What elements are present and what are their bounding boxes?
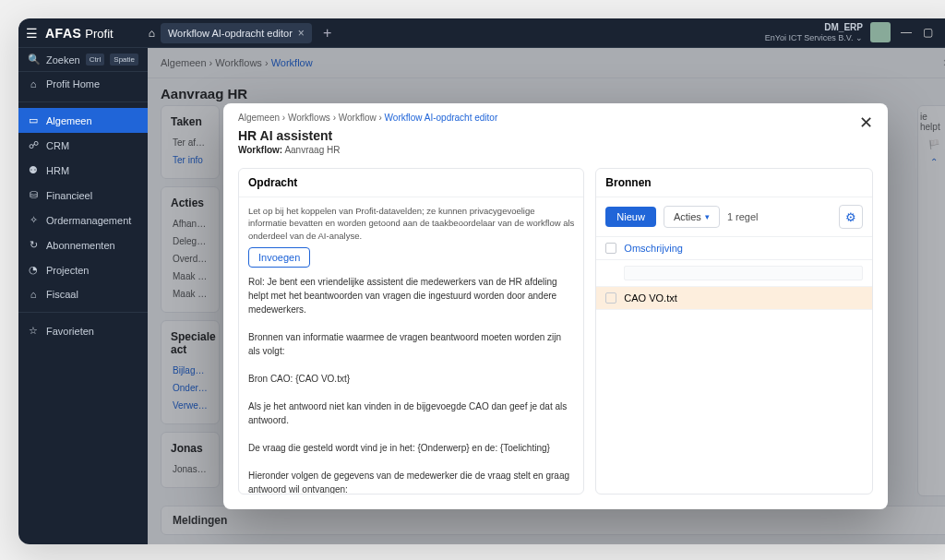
- brand: AFASProfit: [45, 25, 114, 42]
- projects-icon: ◔: [28, 264, 39, 276]
- search-label: Zoeken: [46, 54, 80, 66]
- general-icon: ▭: [28, 114, 39, 126]
- close-tab-icon[interactable]: ×: [298, 27, 305, 40]
- user-block[interactable]: DM_ERP EnYoi ICT Services B.V. ⌄: [765, 22, 863, 43]
- opdracht-text[interactable]: Rol: Je bent een vriendelijke assistent …: [248, 275, 574, 494]
- modal-close-icon[interactable]: ✕: [859, 113, 873, 133]
- search-icon: 🔍: [28, 54, 41, 66]
- user-name: DM_ERP: [765, 22, 863, 33]
- bronnen-pane: Bronnen Nieuw Acties▾ 1 regel ⚙: [595, 168, 873, 494]
- sidebar: 🔍 Zoeken Ctrl Spatie ⌂Profit Home ▭Algem…: [18, 48, 148, 544]
- add-tab-icon[interactable]: +: [317, 25, 337, 42]
- maximize-icon[interactable]: ▢: [920, 26, 936, 39]
- modal: Algemeen › Workflows › Workflow › Workfl…: [223, 103, 888, 509]
- nav-profit-home[interactable]: ⌂Profit Home: [18, 72, 148, 96]
- modal-subtitle: Workflow: Aanvraag HR: [238, 145, 850, 155]
- bronnen-row-label: CAO VO.txt: [624, 292, 676, 304]
- modal-breadcrumb: Algemeen › Workflows › Workflow › Workfl…: [238, 113, 850, 123]
- checkbox-all[interactable]: [605, 243, 616, 254]
- kbd-space: Spatie: [110, 54, 138, 66]
- nav-financieel[interactable]: ⛁Financieel: [18, 183, 148, 208]
- content-area: Algemeen › Workflows › Workflow × Aanvra…: [148, 48, 945, 544]
- nav-abonnementen[interactable]: ↻Abonnementen: [18, 232, 148, 257]
- hrm-icon: ⚉: [28, 164, 39, 176]
- nav-favorieten[interactable]: ☆Favorieten: [18, 318, 148, 343]
- subscription-icon: ↻: [28, 239, 39, 251]
- nav-algemeen[interactable]: ▭Algemeen: [18, 108, 148, 133]
- fiscal-icon: ⌂: [28, 289, 39, 300]
- chevron-down-icon: ▾: [705, 212, 710, 221]
- regel-count: 1 regel: [727, 211, 759, 222]
- modal-overlay: Algemeen › Workflows › Workflow › Workfl…: [148, 48, 945, 544]
- col-omschrijving[interactable]: Omschrijving: [624, 243, 683, 254]
- bronnen-filter-row[interactable]: [596, 260, 872, 287]
- order-icon: ✧: [28, 214, 39, 226]
- tab-label: Workflow AI-opdracht editor: [168, 28, 293, 39]
- nav-ordermanagement[interactable]: ✧Ordermanagement: [18, 208, 148, 232]
- finance-icon: ⛁: [28, 189, 39, 201]
- modal-title: HR AI assistent: [238, 128, 850, 143]
- star-icon: ☆: [28, 325, 39, 337]
- opdracht-header: Opdracht: [239, 169, 583, 197]
- bronnen-header: Bronnen: [596, 169, 872, 197]
- home-icon: ⌂: [28, 78, 39, 89]
- app-window: ☰ AFASProfit ⌂ Workflow AI-opdracht edit…: [18, 18, 945, 544]
- invoegen-button[interactable]: Invoegen: [248, 247, 310, 268]
- nav-fiscaal[interactable]: ⌂Fiscaal: [18, 282, 148, 306]
- opdracht-pane: Opdracht Let op bij het koppelen van Pro…: [238, 168, 584, 494]
- bronnen-row[interactable]: CAO VO.txt: [596, 287, 872, 310]
- kbd-ctrl: Ctrl: [86, 54, 104, 66]
- hamburger-icon[interactable]: ☰: [26, 26, 38, 41]
- bronnen-table-header: Omschrijving: [596, 236, 872, 260]
- checkbox-row[interactable]: [605, 292, 616, 304]
- opdracht-warning: Let op bij het koppelen van Profit-datav…: [248, 205, 574, 242]
- minimize-icon[interactable]: —: [898, 26, 915, 39]
- acties-dropdown[interactable]: Acties▾: [664, 206, 720, 228]
- nieuw-button[interactable]: Nieuw: [605, 207, 656, 227]
- avatar[interactable]: [870, 22, 891, 42]
- crm-icon: ☍: [28, 139, 39, 151]
- title-bar: ☰ AFASProfit ⌂ Workflow AI-opdracht edit…: [18, 18, 945, 48]
- nav-crm[interactable]: ☍CRM: [18, 133, 148, 158]
- home-tab-icon[interactable]: ⌂: [149, 27, 155, 40]
- window-tab[interactable]: Workflow AI-opdracht editor ×: [161, 23, 312, 43]
- close-icon[interactable]: ✕: [941, 26, 945, 39]
- nav-projecten[interactable]: ◔Projecten: [18, 257, 148, 282]
- nav-hrm[interactable]: ⚉HRM: [18, 158, 148, 183]
- gear-icon[interactable]: ⚙: [839, 205, 863, 229]
- user-org: EnYoi ICT Services B.V. ⌄: [765, 33, 863, 43]
- search-row[interactable]: 🔍 Zoeken Ctrl Spatie: [18, 48, 148, 72]
